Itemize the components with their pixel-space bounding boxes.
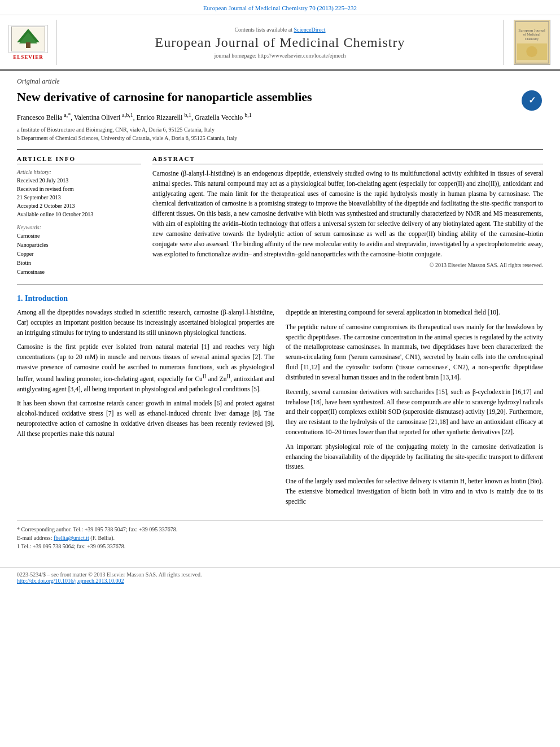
elsevier-tree-image — [8, 25, 48, 53]
contents-text: Contents lists available at — [234, 27, 292, 33]
keyword-biotin: Biotin — [17, 259, 141, 268]
info-abstract-section: ARTICLE INFO Article history: Received 2… — [17, 155, 543, 277]
intro-right-p4: An important physiological role of the c… — [286, 442, 543, 472]
intro-p2: Carnosine is the first peptide ever isol… — [17, 342, 274, 394]
article-type: Original article — [17, 77, 543, 86]
crossmark-icon: ✓ — [522, 90, 542, 111]
keyword-copper: Copper — [17, 250, 141, 259]
bottom-bar: 0223-5234/$ – see front matter © 2013 El… — [0, 567, 560, 587]
header-center: Contents lists available at ScienceDirec… — [56, 20, 504, 65]
journal-reference: European Journal of Medicinal Chemistry … — [203, 5, 357, 11]
header-right: European Journal of Medicinal Chemistry — [509, 20, 554, 65]
intro-p1: Among all the dipeptides nowadays studie… — [17, 308, 274, 338]
keyword-carnosinase: Carnosinase — [17, 268, 141, 277]
abstract-panel: ABSTRACT Carnosine (β-alanyl-l-histidine… — [152, 155, 543, 277]
article-info-panel: ARTICLE INFO Article history: Received 2… — [17, 155, 141, 277]
divider — [17, 149, 543, 150]
revised-text: Received in revised form21 September 201… — [17, 185, 141, 202]
keywords-label: Keywords: — [17, 224, 141, 230]
intro-right-p2: The peptidic nature of carnosine comprom… — [286, 322, 543, 383]
copyright-line: © 2013 Elsevier Masson SAS. All rights r… — [152, 262, 543, 268]
doi-line: http://dx.doi.org/10.1016/j.ejmech.2013.… — [17, 578, 543, 584]
authors-text: Francesco Bellia a,*, Valentina Oliveri … — [17, 113, 252, 121]
intro-p3: It has been shown that carnosine retards… — [17, 399, 274, 439]
homepage-text: journal homepage: http://www.elsevier.co… — [214, 53, 345, 59]
intro-right-p5: One of the largely used molecules for se… — [286, 477, 543, 506]
keyword-nanoparticles: Nanoparticles — [17, 241, 141, 250]
issn-line: 0223-5234/$ – see front matter © 2013 El… — [17, 571, 543, 578]
sciencedirect-link[interactable]: ScienceDirect — [294, 27, 325, 33]
doi-link[interactable]: http://dx.doi.org/10.1016/j.ejmech.2013.… — [17, 578, 124, 584]
journal-header: ELSEVIER Contents lists available at Sci… — [0, 15, 560, 71]
svg-text:Chemistry: Chemistry — [524, 37, 538, 41]
divider-2 — [17, 285, 543, 285]
introduction-section: 1. Introduction Among all the dipeptides… — [17, 294, 543, 512]
introduction-heading: 1. Introduction — [17, 294, 543, 303]
issn-text: 0223-5234/$ – see front matter © 2013 El… — [17, 571, 202, 578]
affiliation-a: a Institute of Biostructure and Bioimagi… — [17, 125, 543, 134]
keywords-list: Carnosine Nanoparticles Copper Biotin Ca… — [17, 231, 141, 277]
introduction-columns: Among all the dipeptides nowadays studie… — [17, 308, 543, 512]
email-label: E-mail address: — [17, 535, 52, 541]
top-bar: European Journal of Medicinal Chemistry … — [0, 0, 560, 15]
note1: 1 Tel.: +39 095 738 5064; fax: +39 095 3… — [17, 542, 543, 551]
crossmark-badge: ✓ — [520, 89, 543, 112]
abstract-heading: ABSTRACT — [152, 155, 543, 164]
journal-homepage: journal homepage: http://www.elsevier.co… — [214, 53, 345, 59]
article-title-row: New derivative of carnosine for nanopart… — [17, 89, 543, 112]
elsevier-logo: ELSEVIER — [8, 25, 48, 60]
affiliation-b: b Department of Chemical Sciences, Unive… — [17, 134, 543, 142]
email-name: (F. Bellia). — [90, 535, 115, 541]
svg-text:European Journal: European Journal — [518, 28, 545, 32]
corresponding-note: * Corresponding author. Tel.: +39 095 73… — [17, 525, 543, 534]
svg-text:✓: ✓ — [528, 95, 536, 105]
footnotes-section: * Corresponding author. Tel.: +39 095 73… — [17, 520, 543, 551]
affiliations: a Institute of Biostructure and Bioimagi… — [17, 125, 543, 142]
intro-left-col: Among all the dipeptides nowadays studie… — [17, 308, 274, 512]
authors-line: Francesco Bellia a,*, Valentina Oliveri … — [17, 112, 543, 122]
contents-line: Contents lists available at ScienceDirec… — [234, 27, 325, 33]
main-content: Original article New derivative of carno… — [0, 71, 560, 562]
article-title: New derivative of carnosine for nanopart… — [17, 89, 515, 106]
keywords-section: Keywords: Carnosine Nanoparticles Copper… — [17, 224, 141, 277]
email-note: E-mail address: fbellia@unict.it (F. Bel… — [17, 534, 543, 542]
intro-right-col: dipeptide an interesting compound for se… — [286, 308, 543, 512]
article-info-heading: ARTICLE INFO — [17, 155, 141, 164]
journal-title: European Journal of Medicinal Chemistry — [155, 35, 405, 50]
svg-text:of Medicinal: of Medicinal — [523, 33, 540, 36]
email-link[interactable]: fbellia@unict.it — [54, 535, 89, 541]
abstract-text: Carnosine (β-alanyl-l-histidine) is an e… — [152, 169, 543, 259]
intro-right-p3: Recently, several carnosine derivatives … — [286, 387, 543, 438]
svg-point-11 — [526, 46, 537, 57]
received-date: Received 20 July 2013 Received in revise… — [17, 176, 141, 219]
journal-cover-image: European Journal of Medicinal Chemistry — [514, 20, 550, 65]
elsevier-label: ELSEVIER — [13, 54, 43, 60]
intro-right-p1: dipeptide an interesting compound for se… — [286, 308, 543, 318]
corresponding-text: * Corresponding author. Tel.: +39 095 73… — [17, 526, 177, 532]
keyword-carnosine: Carnosine — [17, 231, 141, 241]
history-label: Article history: — [17, 169, 141, 175]
header-left: ELSEVIER — [6, 20, 51, 65]
svg-rect-3 — [26, 42, 30, 48]
